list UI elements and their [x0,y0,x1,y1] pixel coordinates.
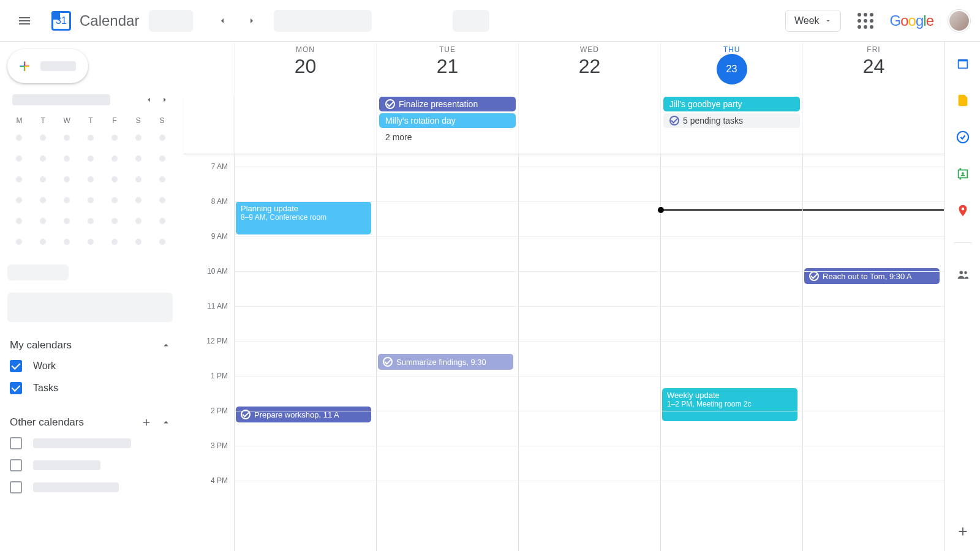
mini-day-cell[interactable] [126,190,150,211]
mini-day-cell[interactable] [79,190,103,211]
today-button-placeholder[interactable] [149,10,193,32]
task-event[interactable]: Summarize findings, 9:30 [378,354,513,370]
mini-day-cell[interactable] [79,231,103,252]
day-header[interactable]: MON20 [234,42,376,95]
mini-day-cell[interactable] [102,148,126,169]
google-apps-button[interactable] [851,6,880,36]
day-col-fri[interactable]: Reach out to Tom, 9:30 A [802,154,944,551]
mini-day-cell[interactable] [7,211,31,231]
mini-day-cell[interactable] [126,231,150,252]
mini-day-cell[interactable] [55,231,79,252]
day-col-mon[interactable]: Planning update8–9 AM, Conference roomPr… [234,154,376,551]
allday-chip[interactable]: 5 pending tasks [663,113,800,128]
next-period-button[interactable] [239,9,264,33]
mini-day-cell[interactable] [102,169,126,190]
allday-col-thu[interactable]: Jill's goodbye party5 pending tasks [660,96,802,154]
checkbox[interactable] [10,437,22,449]
mini-day-cell[interactable] [31,148,55,169]
timed-event[interactable]: Weekly update1–2 PM, Meeting room 2c [662,388,797,421]
mini-day-cell[interactable] [150,231,174,252]
mini-day-cell[interactable] [31,190,55,211]
mini-day-cell[interactable] [7,148,31,169]
prev-period-button[interactable] [210,9,235,33]
allday-col-tue[interactable]: Finalize presentationMilly's rotation da… [376,96,518,154]
mini-day-cell[interactable] [7,169,31,190]
mini-day-cell[interactable] [150,148,174,169]
task-event[interactable]: Reach out to Tom, 9:30 A [804,268,940,284]
allday-chip[interactable]: Finalize presentation [379,97,516,111]
allday-chip[interactable]: Milly's rotation day [379,113,516,128]
checkbox-tasks[interactable] [10,382,22,394]
other-calendars-header[interactable]: Other calendars [7,413,174,432]
view-switcher[interactable]: Week [785,10,841,32]
mini-day-cell[interactable] [126,127,150,148]
mini-calendar[interactable]: MTWTFSS [7,114,174,252]
header-placeholder[interactable] [453,10,489,32]
day-header[interactable]: THU23 [660,42,802,95]
mini-day-cell[interactable] [31,211,55,231]
checkbox[interactable] [10,459,22,471]
other-calendar-item[interactable] [7,432,174,454]
mini-day-cell[interactable] [102,127,126,148]
add-calendar-button[interactable] [141,417,152,428]
day-col-wed[interactable] [518,154,660,551]
mini-day-cell[interactable] [79,127,103,148]
timed-event[interactable]: Planning update8–9 AM, Conference room [236,201,371,234]
allday-col-wed[interactable] [518,96,660,154]
mini-day-cell[interactable] [102,211,126,231]
other-calendar-item[interactable] [7,476,174,498]
calendar-addon-icon[interactable] [956,56,970,71]
mini-day-cell[interactable] [102,231,126,252]
calendar-item-tasks[interactable]: Tasks [7,377,174,399]
day-header[interactable]: WED22 [518,42,660,95]
my-calendars-header[interactable]: My calendars [7,335,174,355]
allday-chip[interactable]: Jill's goodbye party [663,97,800,111]
people-addon-icon[interactable] [956,268,970,282]
mini-day-cell[interactable] [79,211,103,231]
mini-day-cell[interactable] [55,148,79,169]
mini-day-cell[interactable] [79,169,103,190]
day-header[interactable]: TUE21 [376,42,518,95]
mini-day-cell[interactable] [7,127,31,148]
mini-day-cell[interactable] [55,169,79,190]
mini-day-cell[interactable] [55,190,79,211]
create-button[interactable]: + [7,49,88,83]
day-col-tue[interactable]: Summarize findings, 9:30 [376,154,518,551]
mini-day-cell[interactable] [31,231,55,252]
tasks-addon-icon[interactable] [956,130,970,144]
allday-col-mon[interactable] [234,96,376,154]
mini-day-cell[interactable] [79,148,103,169]
allday-col-fri[interactable] [802,96,944,154]
app-logo[interactable]: Calendar [49,9,139,33]
mini-prev-button[interactable] [145,96,153,104]
contacts-addon-icon[interactable] [956,167,970,181]
other-calendar-item[interactable] [7,454,174,476]
day-header[interactable]: FRI24 [802,42,944,95]
mini-day-cell[interactable] [126,211,150,231]
mini-next-button[interactable] [160,96,169,104]
mini-day-cell[interactable] [126,148,150,169]
keep-addon-icon[interactable] [956,93,970,108]
mini-day-cell[interactable] [126,169,150,190]
allday-chip[interactable]: 2 more [379,130,516,144]
date-range-placeholder[interactable] [274,10,372,32]
mini-day-cell[interactable] [7,190,31,211]
mini-day-cell[interactable] [31,169,55,190]
mini-day-cell[interactable] [150,211,174,231]
task-event[interactable]: Prepare workshop, 11 A [236,407,371,422]
mini-day-cell[interactable] [55,127,79,148]
mini-day-cell[interactable] [7,231,31,252]
get-addons-button[interactable] [956,524,970,539]
day-col-thu[interactable]: Weekly update1–2 PM, Meeting room 2c [660,154,802,551]
account-avatar[interactable] [948,10,970,32]
mini-day-cell[interactable] [150,127,174,148]
maps-addon-icon[interactable] [956,203,970,218]
mini-day-cell[interactable] [31,127,55,148]
calendar-item-work[interactable]: Work [7,355,174,377]
mini-day-cell[interactable] [150,190,174,211]
checkbox[interactable] [10,481,22,493]
mini-day-cell[interactable] [102,190,126,211]
main-menu-button[interactable] [10,6,39,36]
mini-day-cell[interactable] [150,169,174,190]
mini-day-cell[interactable] [55,211,79,231]
